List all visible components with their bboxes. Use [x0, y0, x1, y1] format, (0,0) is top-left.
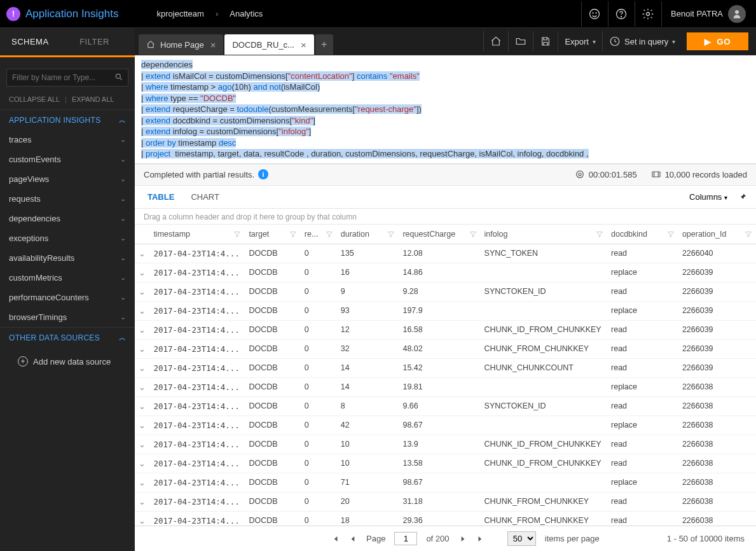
svg-point-8	[576, 171, 583, 178]
column-header-timestamp[interactable]: timestamp	[149, 225, 245, 244]
column-header-infolog[interactable]: infolog	[481, 225, 607, 244]
table-row[interactable]: ⌄2017-04-23T14:4...DOCDB04298.67replace2…	[135, 415, 756, 435]
row-expander[interactable]: ⌄	[135, 358, 149, 377]
page-number-input[interactable]	[394, 532, 417, 545]
set-in-query-button[interactable]: Set in query ▾	[602, 31, 682, 52]
row-expander[interactable]: ⌄	[135, 263, 149, 282]
table-row[interactable]: ⌄2017-04-23T14:4...DOCDB02031.18CHUNK_FR…	[135, 492, 756, 511]
column-header-target[interactable]: target	[245, 225, 300, 244]
help-icon	[615, 8, 628, 20]
export-button[interactable]: Export ▾	[558, 31, 602, 52]
page-prev-icon[interactable]	[348, 534, 357, 543]
sidebar-item-requests[interactable]: requests⌄	[0, 189, 135, 209]
table-row[interactable]: ⌄2017-04-23T14:4...DOCDB01013.9CHUNK_ID_…	[135, 435, 756, 454]
table-row[interactable]: ⌄2017-04-23T14:4...DOCDB01415.42CHUNK_CH…	[135, 358, 756, 377]
sidebar-item-performanceCounters[interactable]: performanceCounters⌄	[0, 288, 135, 307]
columns-button[interactable]: Columns ▾	[689, 192, 727, 202]
sidebar-item-exceptions[interactable]: exceptions⌄	[0, 228, 135, 248]
column-header-re...[interactable]: re...	[301, 225, 337, 244]
row-expander[interactable]: ⌄	[135, 301, 149, 320]
tab-add[interactable]: +	[315, 34, 333, 55]
table-row[interactable]: ⌄2017-04-23T14:4...DOCDB01216.58CHUNK_ID…	[135, 320, 756, 339]
tab-home[interactable]: Home Page ×	[139, 34, 223, 55]
info-icon[interactable]: i	[258, 169, 268, 179]
record-count: 10,000 records loaded	[651, 169, 747, 179]
row-expander[interactable]: ⌄	[135, 339, 149, 358]
tab-query[interactable]: DOCDB_RU_c... ×	[224, 34, 313, 55]
cell: 0	[301, 415, 337, 435]
svg-point-4	[621, 16, 621, 17]
settings-button[interactable]	[635, 1, 660, 27]
column-header-operation_Id[interactable]: operation_Id	[678, 225, 756, 244]
page-last-icon[interactable]	[476, 534, 485, 543]
table-row[interactable]: ⌄2017-04-23T14:4...DOCDB01829.36CHUNK_FR…	[135, 511, 756, 526]
table-view-tab[interactable]: TABLE	[144, 192, 174, 202]
breadcrumb-team[interactable]: kprojectteam	[156, 9, 203, 18]
cell: read	[607, 435, 678, 454]
row-expander[interactable]: ⌄	[135, 473, 149, 492]
sidebar-item-dependencies[interactable]: dependencies⌄	[0, 209, 135, 228]
group-by-hint[interactable]: Drag a column header and drop it here to…	[135, 209, 756, 225]
table-row[interactable]: ⌄2017-04-23T14:4...DOCDB03248.02CHUNK_FR…	[135, 339, 756, 358]
cell: 0	[301, 396, 337, 415]
sidebar-item-customEvents[interactable]: customEvents⌄	[0, 150, 135, 169]
table-row[interactable]: ⌄2017-04-23T14:4...DOCDB013512.08SYNC_TO…	[135, 244, 756, 263]
table-row[interactable]: ⌄2017-04-23T14:4...DOCDB01419.81replace2…	[135, 377, 756, 396]
table-row[interactable]: ⌄2017-04-23T14:4...DOCDB01614.86replace2…	[135, 263, 756, 282]
table-row[interactable]: ⌄2017-04-23T14:4...DOCDB01013.58CHUNK_ID…	[135, 454, 756, 473]
user-menu[interactable]: Benoit PATRA	[661, 1, 750, 27]
chart-view-tab[interactable]: CHART	[187, 192, 219, 202]
schema-search-input[interactable]	[6, 69, 128, 87]
close-icon[interactable]: ×	[209, 39, 217, 50]
table-row[interactable]: ⌄2017-04-23T14:4...DOCDB07198.67replace2…	[135, 473, 756, 492]
table-row[interactable]: ⌄2017-04-23T14:4...DOCDB099.28SYNCTOKEN_…	[135, 282, 756, 301]
column-header-requestCharge[interactable]: requestCharge	[399, 225, 480, 244]
feedback-button[interactable]	[581, 1, 607, 27]
row-expander[interactable]: ⌄	[135, 415, 149, 435]
page-size-select[interactable]: 50	[507, 531, 536, 546]
open-button[interactable]	[508, 31, 533, 52]
row-expander[interactable]: ⌄	[135, 377, 149, 396]
add-data-source-button[interactable]: + Add new data source	[0, 347, 135, 375]
sidebar-tab-schema[interactable]: SCHEMA	[0, 28, 60, 55]
column-header-docdbkind[interactable]: docdbkind	[607, 225, 678, 244]
sidebar-item-traces[interactable]: traces⌄	[0, 130, 135, 150]
go-button[interactable]: ▶ GO	[687, 32, 748, 50]
section-application-insights[interactable]: APPLICATION INSIGHTS ︽	[0, 109, 135, 130]
page-next-icon[interactable]	[458, 534, 467, 543]
save-button[interactable]	[533, 31, 558, 52]
sidebar-tab-filter[interactable]: FILTER	[68, 28, 135, 55]
close-icon[interactable]: ×	[299, 39, 308, 50]
sidebar-item-pageViews[interactable]: pageViews⌄	[0, 169, 135, 189]
breadcrumb-page[interactable]: Analytics	[230, 9, 263, 18]
column-header-duration[interactable]: duration	[337, 225, 399, 244]
row-expander[interactable]: ⌄	[135, 454, 149, 473]
sidebar-item-customMetrics[interactable]: customMetrics⌄	[0, 268, 135, 288]
collapse-all-button[interactable]: COLLAPSE ALL	[9, 95, 60, 103]
row-expander[interactable]: ⌄	[135, 435, 149, 454]
row-expander[interactable]: ⌄	[135, 282, 149, 301]
home-button[interactable]	[483, 31, 508, 52]
sidebar-search	[6, 69, 128, 87]
row-expander[interactable]: ⌄	[135, 244, 149, 263]
row-expander[interactable]: ⌄	[135, 396, 149, 415]
section-other-sources[interactable]: OTHER DATA SOURCES ︽	[0, 327, 135, 347]
expand-all-button[interactable]: EXPAND ALL	[72, 95, 114, 103]
target-icon	[575, 169, 585, 179]
table-row[interactable]: ⌄2017-04-23T14:4...DOCDB089.66SYNCTOKEN_…	[135, 396, 756, 415]
pin-icon[interactable]	[738, 192, 747, 202]
sidebar-item-browserTimings[interactable]: browserTimings⌄	[0, 307, 135, 327]
cell: 2266039	[678, 358, 756, 377]
sidebar-item-availabilityResults[interactable]: availabilityResults⌄	[0, 248, 135, 268]
row-expander[interactable]: ⌄	[135, 492, 149, 511]
cell: 0	[301, 492, 337, 511]
query-editor[interactable]: dependencies| extend isMailCol = customD…	[135, 55, 756, 164]
brand[interactable]: ! Application Insights	[6, 7, 118, 21]
row-expander[interactable]: ⌄	[135, 320, 149, 339]
cell: 2017-04-23T14:4...	[149, 454, 245, 473]
help-button[interactable]	[608, 1, 633, 27]
table-row[interactable]: ⌄2017-04-23T14:4...DOCDB093197.9replace2…	[135, 301, 756, 320]
page-first-icon[interactable]	[331, 534, 340, 543]
sidebar-item-label: customMetrics	[9, 273, 62, 282]
row-expander[interactable]: ⌄	[135, 511, 149, 526]
